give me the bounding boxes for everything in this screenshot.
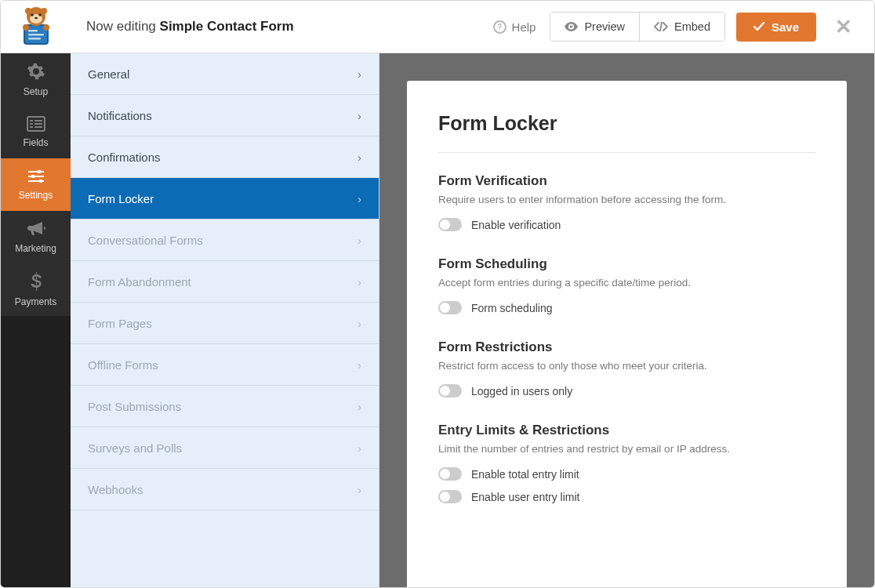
chevron-right-icon: › [358,109,361,122]
sub-item-conversational-forms[interactable]: Conversational Forms › [71,220,379,261]
section-desc: Accept form entries during a specific da… [438,277,815,289]
check-icon [753,20,764,34]
chevron-right-icon: › [358,234,361,247]
dollar-icon [30,272,42,293]
svg-rect-3 [28,38,41,40]
canvas: Form Locker Form Verification Require us… [379,53,874,587]
section-entry-limits: Entry Limits & Restrictions Limit the nu… [438,423,815,503]
sub-item-post-submissions[interactable]: Post Submissions › [71,386,379,427]
section-form-scheduling: Form Scheduling Accept form entries duri… [438,256,815,314]
rail-item-marketing[interactable]: Marketing [1,211,71,263]
rail-item-settings[interactable]: Settings [1,158,71,211]
switch-label: Logged in users only [471,385,572,397]
switch-label: Enable verification [471,219,561,231]
rail-label: Marketing [15,243,56,254]
svg-point-12 [43,24,49,31]
sub-item-confirmations[interactable]: Confirmations › [71,136,379,178]
switch-label: Form scheduling [471,302,553,314]
save-label: Save [772,20,799,34]
help-label: Help [512,20,536,34]
section-heading: Form Scheduling [438,256,815,272]
sub-item-notifications[interactable]: Notifications › [71,95,379,136]
svg-point-9 [38,13,42,16]
sub-item-label: Surveys and Polls [88,441,182,455]
sub-item-label: Offline Forms [88,358,158,372]
rail-item-payments[interactable]: Payments [1,263,71,316]
settings-sub-panel: General › Notifications › Confirmations … [71,53,379,587]
section-heading: Entry Limits & Restrictions [438,423,815,438]
settings-panel: Form Locker Form Verification Require us… [407,81,847,587]
switch[interactable] [438,490,462,503]
sub-item-form-locker[interactable]: Form Locker › [71,178,379,220]
sub-item-form-pages[interactable]: Form Pages › [71,303,379,344]
close-icon: ✕ [835,15,852,38]
section-desc: Require users to enter information befor… [438,194,815,205]
sub-item-label: Webhooks [88,483,143,496]
svg-rect-1 [28,30,38,32]
svg-rect-20 [34,126,42,128]
sliders-icon [27,169,45,187]
sub-item-webhooks[interactable]: Webhooks › [71,469,379,510]
svg-rect-19 [30,126,33,128]
section-form-verification: Form Verification Require users to enter… [438,173,815,231]
switch-label: Enable user entry limit [471,491,580,503]
code-icon [654,22,668,31]
editing-prefix: Now editing [86,19,160,34]
switch[interactable] [438,467,462,481]
switch[interactable] [438,301,462,314]
app-frame: Now editing Simple Contact Form ? Help P… [0,0,875,588]
save-button[interactable]: Save [736,13,816,42]
svg-point-13 [570,25,573,28]
rail-item-fields[interactable]: Fields [1,106,71,158]
svg-point-10 [34,17,38,20]
sub-item-label: General [88,67,129,81]
sub-item-surveys-and-polls[interactable]: Surveys and Polls › [71,427,379,469]
close-button[interactable]: ✕ [827,15,860,39]
chevron-right-icon: › [358,67,361,81]
embed-button[interactable]: Embed [639,13,724,41]
form-name: Simple Contact Form [160,19,294,34]
toggle-enable-user-entry-limit: Enable user entry limit [438,490,815,503]
chevron-right-icon: › [358,192,361,205]
chevron-right-icon: › [358,151,361,164]
chevron-right-icon: › [358,400,361,413]
logo[interactable] [1,1,71,53]
switch[interactable] [438,218,462,231]
switch[interactable] [438,384,462,397]
chevron-right-icon: › [358,483,361,496]
toggle-enable-total-entry-limit: Enable total entry limit [438,467,815,481]
rail-label: Settings [19,190,53,201]
section-desc: Limit the number of entries and restrict… [438,443,815,455]
svg-rect-15 [30,120,33,122]
body: Setup Fields Settings Marketing [1,53,874,587]
chevron-right-icon: › [358,275,361,289]
preview-button[interactable]: Preview [550,13,639,41]
left-rail: Setup Fields Settings Marketing [1,53,71,587]
svg-rect-18 [34,123,42,125]
sub-item-label: Confirmations [88,151,161,164]
section-desc: Restrict form access to only those who m… [438,360,815,372]
help-icon: ? [493,20,506,34]
chevron-right-icon: › [358,441,361,455]
help-link[interactable]: ? Help [493,20,536,34]
svg-rect-25 [31,175,34,178]
sub-item-label: Conversational Forms [88,234,203,247]
eye-icon [565,22,578,31]
topbar: Now editing Simple Contact Form ? Help P… [1,1,874,53]
sub-item-form-abandonment[interactable]: Form Abandonment › [71,261,379,303]
sub-item-label: Form Pages [88,317,152,330]
embed-label: Embed [674,20,710,33]
sub-item-offline-forms[interactable]: Offline Forms › [71,344,379,386]
sub-item-general[interactable]: General › [71,53,379,95]
toggle-enable-verification: Enable verification [438,218,815,231]
section-heading: Form Verification [438,173,815,189]
sub-item-label: Post Submissions [88,400,181,413]
rail-label: Setup [24,86,48,97]
section-heading: Form Restrictions [438,339,815,355]
bullhorn-icon [27,220,45,240]
svg-point-6 [41,8,47,14]
svg-point-11 [23,24,29,31]
rail-item-setup[interactable]: Setup [1,53,71,106]
sub-item-label: Notifications [88,109,152,122]
editing-label: Now editing Simple Contact Form [86,19,294,34]
